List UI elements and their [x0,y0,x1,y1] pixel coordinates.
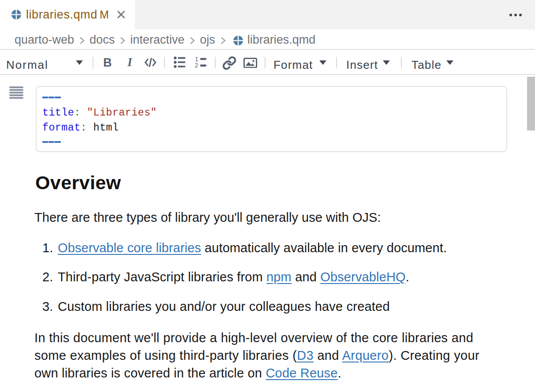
svg-text:2: 2 [195,62,198,68]
